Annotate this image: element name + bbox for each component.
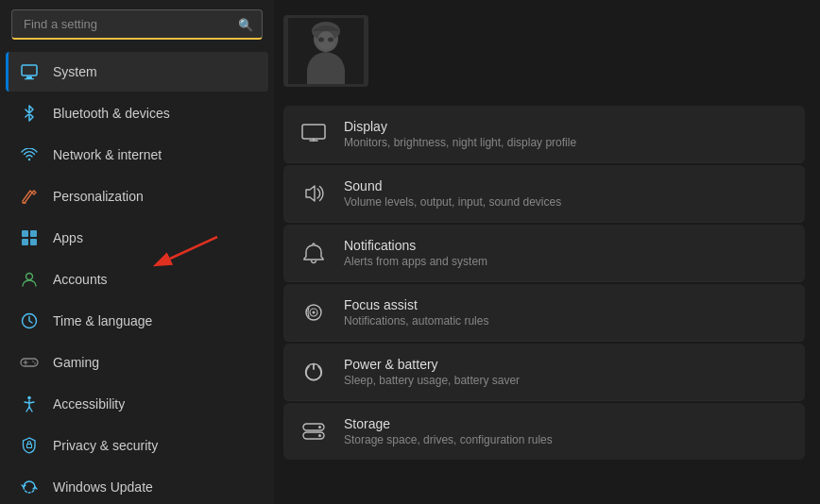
svg-rect-7	[30, 239, 37, 245]
power-icon	[300, 359, 327, 385]
settings-text-sound: Sound Volume levels, output, input, soun…	[344, 178, 561, 209]
settings-item-power[interactable]: Power & battery Sleep, battery usage, ba…	[283, 344, 805, 401]
profile-area	[283, 9, 805, 92]
settings-title: Display	[344, 119, 576, 134]
svg-rect-0	[22, 65, 37, 76]
svg-rect-2	[25, 78, 34, 79]
settings-title: Storage	[344, 416, 553, 431]
svg-rect-5	[30, 230, 37, 237]
settings-text-notifications: Notifications Alerts from apps and syste…	[344, 238, 487, 268]
svg-point-13	[27, 396, 31, 400]
svg-point-12	[34, 362, 36, 364]
search-icon: 🔍	[238, 18, 253, 32]
update-icon	[19, 477, 40, 497]
main-content: Display Monitors, brightness, night ligh…	[274, 0, 820, 504]
sidebar-item-label: Privacy & security	[53, 438, 158, 453]
svg-rect-1	[26, 76, 32, 78]
sidebar-item-label: Network & internet	[53, 147, 162, 162]
search-input[interactable]	[11, 9, 263, 40]
apps-icon	[19, 227, 40, 248]
settings-title: Focus assist	[344, 297, 488, 312]
settings-title: Sound	[344, 178, 561, 193]
gaming-icon	[19, 352, 40, 373]
settings-text-focus: Focus assist Notifications, automatic ru…	[344, 297, 488, 328]
sidebar-item-privacy[interactable]: Privacy & security	[6, 426, 268, 465]
personalization-icon	[19, 186, 40, 207]
sidebar-item-network[interactable]: Network & internet	[6, 135, 268, 175]
sidebar-item-label: Apps	[53, 230, 83, 245]
sidebar-item-accessibility[interactable]: Accessibility	[6, 384, 268, 424]
sound-icon	[300, 180, 327, 207]
sidebar-item-label: Bluetooth & devices	[53, 106, 170, 121]
sidebar-item-label: Accounts	[53, 272, 108, 287]
sidebar-item-label: System	[53, 64, 97, 79]
svg-point-8	[26, 274, 33, 280]
settings-item-notifications[interactable]: Notifications Alerts from apps and syste…	[283, 225, 805, 282]
focus-icon	[300, 299, 327, 326]
settings-desc: Sleep, battery usage, battery saver	[344, 374, 520, 387]
network-icon	[19, 144, 40, 165]
accessibility-icon	[19, 394, 40, 414]
settings-title: Power & battery	[344, 357, 520, 372]
accounts-icon	[19, 269, 40, 290]
svg-rect-6	[22, 239, 28, 245]
settings-desc: Volume levels, output, input, sound devi…	[344, 195, 561, 209]
settings-desc: Alerts from apps and system	[344, 255, 487, 268]
system-icon	[19, 61, 40, 82]
sidebar-item-update[interactable]: Windows Update	[6, 467, 268, 504]
svg-point-21	[328, 38, 333, 42]
svg-rect-22	[302, 125, 325, 139]
avatar	[283, 15, 368, 87]
svg-point-11	[32, 361, 34, 362]
settings-desc: Monitors, brightness, night light, displ…	[344, 136, 576, 149]
notifications-icon	[300, 240, 327, 266]
svg-point-3	[28, 159, 30, 160]
sidebar-item-label: Windows Update	[53, 479, 153, 495]
sidebar-item-label: Personalization	[53, 189, 144, 204]
settings-item-focus[interactable]: Focus assist Notifications, automatic ru…	[283, 284, 805, 342]
svg-point-27	[318, 426, 321, 428]
sidebar-item-accounts[interactable]: Accounts	[6, 260, 268, 299]
sidebar-item-label: Gaming	[53, 355, 99, 370]
sidebar-item-system[interactable]: System	[6, 52, 268, 92]
sidebar-item-apps[interactable]: Apps	[6, 218, 268, 258]
settings-item-sound[interactable]: Sound Volume levels, output, input, soun…	[283, 165, 805, 223]
svg-rect-4	[22, 230, 28, 237]
time-icon	[19, 311, 40, 331]
svg-point-28	[318, 434, 321, 437]
svg-rect-14	[27, 445, 32, 448]
sidebar-item-time[interactable]: Time & language	[6, 301, 268, 341]
search-box[interactable]: 🔍	[11, 9, 263, 40]
settings-text-storage: Storage Storage space, drives, configura…	[344, 416, 553, 446]
settings-text-power: Power & battery Sleep, battery usage, ba…	[344, 357, 520, 387]
svg-point-20	[318, 38, 324, 42]
settings-list: Display Monitors, brightness, night ligh…	[283, 106, 805, 460]
bluetooth-icon	[19, 103, 40, 124]
settings-title: Notifications	[344, 238, 487, 253]
sidebar-item-gaming[interactable]: Gaming	[6, 343, 268, 382]
sidebar-item-personalization[interactable]: Personalization	[6, 176, 268, 216]
svg-point-23	[313, 311, 316, 314]
settings-desc: Storage space, drives, configuration rul…	[344, 433, 553, 446]
settings-text-display: Display Monitors, brightness, night ligh…	[344, 119, 576, 149]
storage-icon	[300, 418, 327, 445]
display-icon	[300, 121, 327, 147]
avatar-image	[288, 18, 364, 84]
sidebar-item-bluetooth[interactable]: Bluetooth & devices	[6, 93, 268, 133]
settings-item-display[interactable]: Display Monitors, brightness, night ligh…	[283, 106, 805, 163]
privacy-icon	[19, 435, 40, 456]
settings-item-storage[interactable]: Storage Storage space, drives, configura…	[283, 403, 805, 460]
sidebar-item-label: Accessibility	[53, 396, 125, 412]
sidebar-item-label: Time & language	[53, 313, 152, 328]
settings-desc: Notifications, automatic rules	[344, 314, 488, 328]
